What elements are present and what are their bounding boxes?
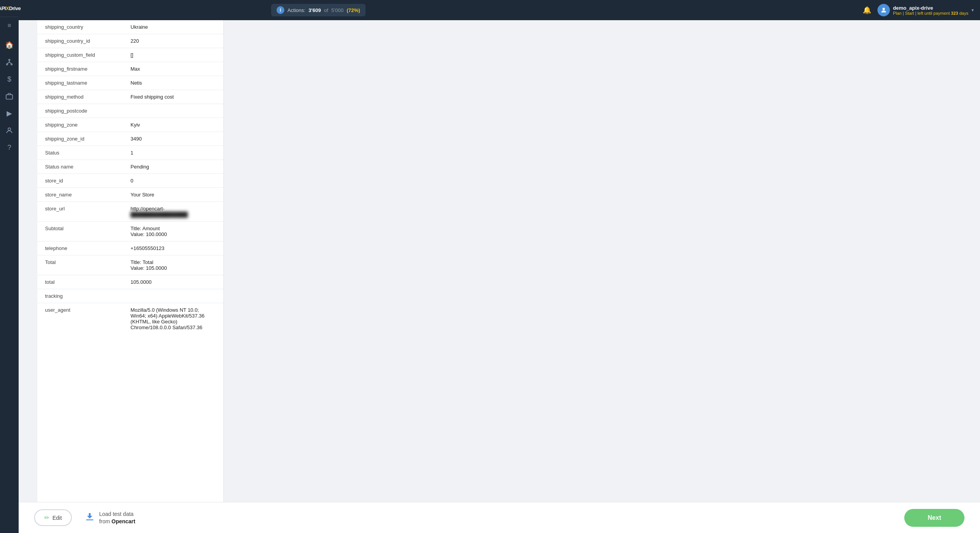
load-test-button[interactable]: Load test data from Opencart [84, 510, 135, 524]
field-name: Status name [37, 160, 123, 174]
field-name: shipping_country_id [37, 34, 123, 48]
content-area: shipping_countryUkraineshipping_country_… [37, 20, 980, 533]
table-row: shipping_firstnameMax [37, 62, 223, 76]
edit-button[interactable]: ✏ Edit [34, 509, 72, 526]
field-value: Ukraine [123, 20, 223, 34]
user-plan: Plan | Start | left until payment 323 da… [893, 11, 968, 16]
field-name: shipping_postcode [37, 104, 123, 118]
field-name: total [37, 275, 123, 289]
table-row: tracking [37, 289, 223, 303]
field-value: 220 [123, 34, 223, 48]
field-name: shipping_firstname [37, 62, 123, 76]
field-value: [] [123, 48, 223, 62]
field-name: shipping_country [37, 20, 123, 34]
field-value: Title: AmountValue: 100.0000 [123, 222, 223, 241]
field-name: user_agent [37, 303, 123, 335]
table-row: shipping_postcode [37, 104, 223, 118]
field-name: store_url [37, 202, 123, 222]
table-row: user_agentMozilla/5.0 (Windows NT 10.0; … [37, 303, 223, 335]
sidebar-item-help[interactable]: ? [2, 140, 17, 155]
table-row: shipping_zone_id3490 [37, 132, 223, 146]
svg-rect-9 [86, 519, 94, 520]
edit-icon: ✏ [44, 514, 49, 521]
table-row: telephone+16505550123 [37, 241, 223, 255]
sidebar-nav: 🏠 $ ▶ ? [0, 37, 19, 155]
sidebar-item-briefcase[interactable] [2, 89, 17, 104]
field-name: Total [37, 255, 123, 275]
svg-point-7 [8, 128, 11, 130]
actions-count: 3'609 [308, 7, 321, 13]
main-wrapper: shipping_countryUkraineshipping_country_… [37, 20, 980, 533]
table-row: TotalTitle: TotalValue: 105.0000 [37, 255, 223, 275]
info-icon: i [277, 6, 284, 14]
avatar [877, 4, 890, 16]
data-table: shipping_countryUkraineshipping_country_… [37, 20, 223, 334]
svg-point-1 [7, 64, 8, 65]
table-row: shipping_countryUkraine [37, 20, 223, 34]
actions-pct: (72%) [346, 7, 360, 13]
field-value: 3490 [123, 132, 223, 146]
logo-text: APIXDrive [0, 5, 21, 11]
field-value: 0 [123, 174, 223, 188]
field-value: Title: TotalValue: 105.0000 [123, 255, 223, 275]
field-value: Pending [123, 160, 223, 174]
sidebar-item-connections[interactable] [2, 54, 17, 70]
field-name: telephone [37, 241, 123, 255]
field-name: store_name [37, 188, 123, 202]
field-name: Status [37, 146, 123, 160]
header: i Actions: 3'609 of 5'000 (72%) 🔔 demo_a… [19, 0, 980, 20]
field-name: Subtotal [37, 222, 123, 241]
field-value: Your Store [123, 188, 223, 202]
table-row: Status namePending [37, 160, 223, 174]
field-value: Netis [123, 76, 223, 90]
table-row: shipping_zoneKyiv [37, 118, 223, 132]
chevron-down-icon: ▾ [971, 7, 974, 13]
user-info[interactable]: demo_apix-drive Plan | Start | left unti… [877, 4, 974, 16]
load-test-label: Load test data from Opencart [99, 510, 135, 524]
table-row: store_urlhttp://opencart-███████████████… [37, 202, 223, 222]
logo-x: X [6, 5, 9, 11]
field-value: Max [123, 62, 223, 76]
bell-icon[interactable]: 🔔 [863, 6, 871, 14]
field-value: Mozilla/5.0 (Windows NT 10.0; Win64; x64… [123, 303, 223, 335]
field-value [123, 104, 223, 118]
svg-line-5 [9, 62, 12, 64]
hamburger-menu[interactable]: ≡ [0, 17, 19, 34]
actions-label: Actions: [287, 7, 305, 13]
svg-point-2 [11, 64, 12, 65]
user-details: demo_apix-drive Plan | Start | left unti… [893, 5, 968, 16]
field-name: shipping_zone_id [37, 132, 123, 146]
field-value: Kyiv [123, 118, 223, 132]
actions-of: of [324, 7, 328, 13]
load-icon [84, 511, 95, 524]
svg-rect-6 [6, 95, 13, 99]
sidebar-logo: APIXDrive [0, 0, 19, 17]
sidebar-item-billing[interactable]: $ [2, 71, 17, 87]
hamburger-icon: ≡ [7, 22, 11, 29]
field-name: shipping_method [37, 90, 123, 104]
svg-line-4 [7, 62, 9, 64]
user-name: demo_apix-drive [893, 5, 968, 11]
left-panel: shipping_countryUkraineshipping_country_… [37, 20, 224, 533]
table-row: total105.0000 [37, 275, 223, 289]
field-name: shipping_zone [37, 118, 123, 132]
table-row: Status1 [37, 146, 223, 160]
table-row: store_nameYour Store [37, 188, 223, 202]
bottom-bar: ✏ Edit Load test data from Opencart Next [19, 502, 980, 533]
field-value: 105.0000 [123, 275, 223, 289]
edit-label: Edit [52, 515, 62, 521]
table-row: shipping_country_id220 [37, 34, 223, 48]
sidebar-item-home[interactable]: 🏠 [2, 37, 17, 53]
actions-badge: i Actions: 3'609 of 5'000 (72%) [271, 4, 366, 16]
table-row: store_id0 [37, 174, 223, 188]
field-name: shipping_lastname [37, 76, 123, 90]
svg-point-8 [883, 8, 885, 10]
field-value: Fixed shipping cost [123, 90, 223, 104]
field-value: http://opencart-████████████████ [123, 202, 223, 222]
sidebar-item-user[interactable] [2, 123, 17, 138]
next-button[interactable]: Next [904, 509, 964, 527]
header-right: 🔔 demo_apix-drive Plan | Start | left un… [863, 4, 974, 16]
field-value: 1 [123, 146, 223, 160]
field-value [123, 289, 223, 303]
sidebar-item-video[interactable]: ▶ [2, 106, 17, 121]
